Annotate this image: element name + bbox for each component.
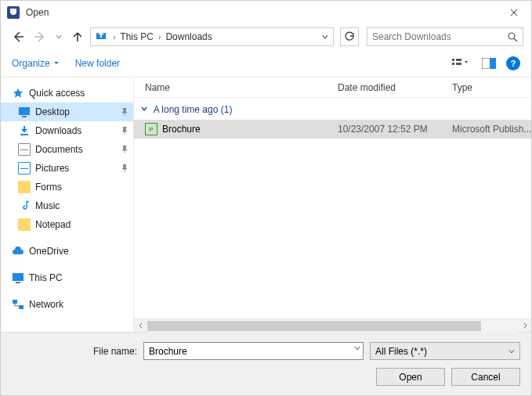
nav-bar: › This PC › Downloads bbox=[1, 24, 531, 49]
file-list-area: Name Date modified Type A long time ago … bbox=[134, 77, 531, 332]
sidebar-network[interactable]: Network bbox=[1, 295, 133, 314]
filename-label: File name: bbox=[12, 346, 137, 357]
pin-icon bbox=[121, 108, 128, 116]
sidebar-item-label: Documents bbox=[35, 144, 83, 155]
svg-rect-11 bbox=[13, 273, 24, 281]
column-type[interactable]: Type bbox=[452, 82, 531, 93]
scrollbar-track[interactable] bbox=[147, 319, 518, 333]
group-header[interactable]: A long time ago (1) bbox=[134, 98, 531, 120]
column-date[interactable]: Date modified bbox=[338, 82, 452, 93]
scroll-right-button[interactable] bbox=[518, 319, 531, 333]
refresh-button[interactable] bbox=[340, 27, 359, 46]
sidebar-item-label: Notepad bbox=[35, 219, 71, 230]
cloud-icon bbox=[12, 245, 24, 257]
file-type: Microsoft Publish... bbox=[452, 124, 531, 135]
app-icon bbox=[7, 6, 20, 19]
main-area: Quick access Desktop Downloads Documents… bbox=[1, 77, 531, 332]
search-input[interactable] bbox=[372, 31, 508, 42]
scrollbar-thumb[interactable] bbox=[147, 321, 481, 331]
chevron-right-icon: › bbox=[157, 33, 162, 41]
footer: File name: All Files (*.*) Open Cancel bbox=[1, 332, 531, 395]
sidebar-item-label: Music bbox=[35, 200, 60, 211]
sidebar-label: OneDrive bbox=[29, 246, 69, 257]
pc-icon bbox=[12, 272, 24, 284]
publisher-file-icon: P bbox=[145, 123, 157, 135]
organize-button[interactable]: Organize bbox=[12, 58, 60, 69]
svg-rect-10 bbox=[20, 134, 28, 135]
chevron-down-icon bbox=[53, 60, 60, 67]
forward-button[interactable] bbox=[31, 27, 49, 46]
desktop-icon bbox=[18, 106, 31, 118]
svg-rect-4 bbox=[452, 63, 454, 65]
sidebar-label: Network bbox=[29, 299, 63, 310]
svg-rect-12 bbox=[16, 282, 20, 283]
pc-icon bbox=[94, 30, 108, 44]
breadcrumb-dropdown[interactable] bbox=[317, 34, 333, 40]
sidebar-item-forms[interactable]: Forms bbox=[1, 178, 133, 196]
organize-label: Organize bbox=[12, 58, 50, 69]
sidebar-item-music[interactable]: Music bbox=[1, 196, 133, 215]
sidebar: Quick access Desktop Downloads Documents… bbox=[1, 77, 134, 332]
back-button[interactable] bbox=[9, 27, 27, 46]
pin-icon bbox=[121, 127, 128, 135]
sidebar-item-notepad[interactable]: Notepad bbox=[1, 215, 133, 234]
crumb-this-pc[interactable]: This PC bbox=[117, 31, 157, 42]
sidebar-label: This PC bbox=[29, 272, 63, 283]
up-button[interactable] bbox=[68, 27, 87, 46]
download-icon bbox=[18, 124, 31, 137]
sidebar-item-desktop[interactable]: Desktop bbox=[1, 103, 133, 121]
pin-icon bbox=[121, 146, 128, 153]
group-header-label: A long time ago (1) bbox=[154, 104, 233, 115]
svg-rect-5 bbox=[456, 63, 461, 65]
toolbar: Organize New folder ? bbox=[1, 49, 531, 77]
svg-rect-9 bbox=[22, 116, 27, 117]
column-name[interactable]: Name bbox=[145, 82, 338, 93]
sidebar-quick-access[interactable]: Quick access bbox=[1, 84, 133, 103]
folder-icon bbox=[18, 218, 31, 231]
sidebar-item-pictures[interactable]: Pictures bbox=[1, 159, 133, 178]
horizontal-scrollbar[interactable] bbox=[134, 319, 531, 332]
search-box[interactable] bbox=[367, 27, 523, 46]
view-options-button[interactable] bbox=[450, 54, 472, 73]
sidebar-label: Quick access bbox=[29, 88, 85, 99]
svg-rect-3 bbox=[456, 59, 461, 61]
help-button[interactable]: ? bbox=[506, 56, 520, 70]
new-folder-button[interactable]: New folder bbox=[75, 58, 120, 69]
pin-icon bbox=[121, 164, 128, 172]
sidebar-item-label: Downloads bbox=[35, 125, 81, 136]
file-name: Brochure bbox=[162, 124, 201, 135]
svg-rect-7 bbox=[490, 58, 496, 69]
file-date: 10/23/2007 12:52 PM bbox=[338, 124, 452, 135]
crumb-downloads[interactable]: Downloads bbox=[162, 31, 215, 42]
sidebar-onedrive[interactable]: OneDrive bbox=[1, 242, 133, 261]
chevron-right-icon: › bbox=[111, 33, 117, 41]
network-icon bbox=[12, 298, 24, 311]
sidebar-item-downloads[interactable]: Downloads bbox=[1, 121, 133, 140]
sidebar-item-documents[interactable]: Documents bbox=[1, 140, 133, 159]
filter-label: All Files (*.*) bbox=[375, 346, 427, 357]
music-icon bbox=[18, 200, 31, 212]
star-icon bbox=[12, 87, 24, 99]
open-button[interactable]: Open bbox=[376, 368, 445, 386]
scroll-left-button[interactable] bbox=[134, 319, 147, 333]
close-button[interactable] bbox=[496, 1, 531, 24]
breadcrumb[interactable]: › This PC › Downloads bbox=[90, 27, 334, 46]
svg-point-1 bbox=[508, 33, 515, 39]
column-headers[interactable]: Name Date modified Type bbox=[134, 77, 531, 98]
file-type-filter[interactable]: All Files (*.*) bbox=[370, 342, 520, 360]
sidebar-this-pc[interactable]: This PC bbox=[1, 268, 133, 287]
filename-input[interactable] bbox=[143, 342, 364, 360]
sidebar-item-label: Pictures bbox=[35, 163, 69, 174]
folder-icon bbox=[18, 181, 31, 193]
preview-pane-button[interactable] bbox=[478, 54, 500, 73]
chevron-down-icon bbox=[140, 105, 148, 113]
documents-icon bbox=[18, 143, 31, 156]
file-row[interactable]: P Brochure 10/23/2007 12:52 PM Microsoft… bbox=[134, 120, 531, 139]
sidebar-item-label: Forms bbox=[35, 182, 62, 193]
title-bar: Open bbox=[1, 1, 531, 24]
filename-dropdown[interactable] bbox=[354, 345, 360, 351]
recent-locations-button[interactable] bbox=[52, 27, 65, 46]
window-title: Open bbox=[26, 7, 496, 18]
svg-rect-8 bbox=[19, 107, 30, 115]
cancel-button[interactable]: Cancel bbox=[451, 368, 520, 386]
